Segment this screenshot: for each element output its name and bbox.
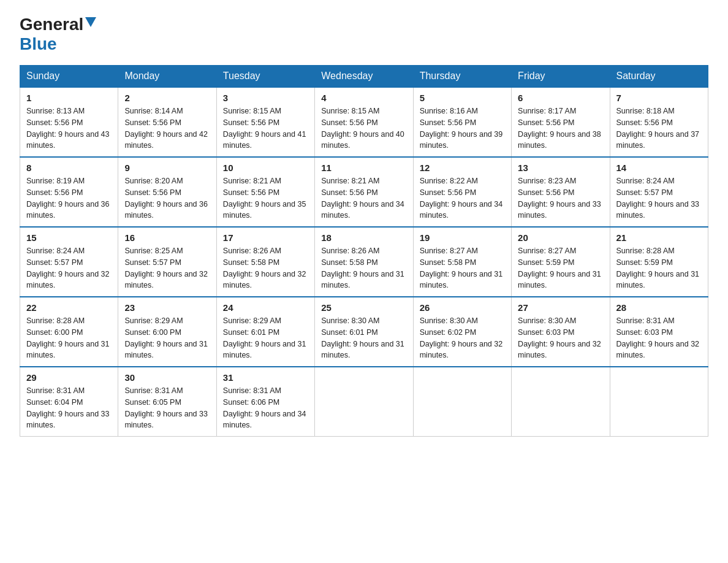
day-number: 6 <box>518 93 603 103</box>
calendar-week-1: 1 Sunrise: 8:13 AMSunset: 5:56 PMDayligh… <box>20 87 708 157</box>
calendar-cell: 1 Sunrise: 8:13 AMSunset: 5:56 PMDayligh… <box>20 87 118 157</box>
day-number: 11 <box>321 163 406 173</box>
calendar-cell: 22 Sunrise: 8:28 AMSunset: 6:00 PMDaylig… <box>20 297 118 367</box>
weekday-header-wednesday: Wednesday <box>315 66 413 88</box>
svg-marker-0 <box>85 17 96 27</box>
day-info: Sunrise: 8:15 AMSunset: 5:56 PMDaylight:… <box>321 107 404 150</box>
calendar-cell: 10 Sunrise: 8:21 AMSunset: 5:56 PMDaylig… <box>216 157 314 227</box>
calendar-cell: 9 Sunrise: 8:20 AMSunset: 5:56 PMDayligh… <box>118 157 216 227</box>
calendar-cell: 12 Sunrise: 8:22 AMSunset: 5:56 PMDaylig… <box>413 157 511 227</box>
calendar-cell: 16 Sunrise: 8:25 AMSunset: 5:57 PMDaylig… <box>118 227 216 297</box>
day-number: 22 <box>26 302 112 313</box>
day-info: Sunrise: 8:26 AMSunset: 5:58 PMDaylight:… <box>321 247 404 289</box>
calendar-cell <box>315 367 413 437</box>
calendar-cell: 18 Sunrise: 8:26 AMSunset: 5:58 PMDaylig… <box>315 227 413 297</box>
weekday-header-thursday: Thursday <box>413 66 511 88</box>
calendar-cell: 17 Sunrise: 8:26 AMSunset: 5:58 PMDaylig… <box>216 227 314 297</box>
day-number: 24 <box>223 302 308 313</box>
calendar-cell <box>413 367 511 437</box>
day-number: 4 <box>321 93 406 103</box>
day-number: 10 <box>223 163 308 173</box>
calendar-cell: 8 Sunrise: 8:19 AMSunset: 5:56 PMDayligh… <box>20 157 118 227</box>
calendar-cell <box>512 367 610 437</box>
day-info: Sunrise: 8:21 AMSunset: 5:56 PMDaylight:… <box>223 177 306 220</box>
day-info: Sunrise: 8:24 AMSunset: 5:57 PMDaylight:… <box>26 247 110 289</box>
day-info: Sunrise: 8:24 AMSunset: 5:57 PMDaylight:… <box>616 177 700 220</box>
calendar-cell: 29 Sunrise: 8:31 AMSunset: 6:04 PMDaylig… <box>20 367 118 437</box>
day-number: 15 <box>26 232 112 243</box>
day-info: Sunrise: 8:23 AMSunset: 5:56 PMDaylight:… <box>518 177 601 220</box>
day-number: 1 <box>26 93 112 103</box>
day-info: Sunrise: 8:20 AMSunset: 5:56 PMDaylight:… <box>124 177 208 220</box>
calendar-week-5: 29 Sunrise: 8:31 AMSunset: 6:04 PMDaylig… <box>20 367 708 437</box>
day-info: Sunrise: 8:18 AMSunset: 5:56 PMDaylight:… <box>616 107 700 150</box>
calendar-cell: 26 Sunrise: 8:30 AMSunset: 6:02 PMDaylig… <box>413 297 511 367</box>
calendar-cell: 6 Sunrise: 8:17 AMSunset: 5:56 PMDayligh… <box>512 87 610 157</box>
calendar-cell: 25 Sunrise: 8:30 AMSunset: 6:01 PMDaylig… <box>315 297 413 367</box>
day-number: 26 <box>420 302 505 313</box>
calendar-cell: 7 Sunrise: 8:18 AMSunset: 5:56 PMDayligh… <box>610 87 708 157</box>
day-number: 9 <box>124 163 210 173</box>
calendar-body: 1 Sunrise: 8:13 AMSunset: 5:56 PMDayligh… <box>20 87 708 437</box>
calendar-cell: 19 Sunrise: 8:27 AMSunset: 5:58 PMDaylig… <box>413 227 511 297</box>
day-info: Sunrise: 8:17 AMSunset: 5:56 PMDaylight:… <box>518 107 601 150</box>
day-info: Sunrise: 8:30 AMSunset: 6:03 PMDaylight:… <box>518 316 601 359</box>
calendar-cell: 11 Sunrise: 8:21 AMSunset: 5:56 PMDaylig… <box>315 157 413 227</box>
day-info: Sunrise: 8:31 AMSunset: 6:04 PMDaylight:… <box>26 386 110 429</box>
day-number: 25 <box>321 302 406 313</box>
day-info: Sunrise: 8:13 AMSunset: 5:56 PMDaylight:… <box>26 107 110 150</box>
day-number: 31 <box>223 372 308 383</box>
day-info: Sunrise: 8:19 AMSunset: 5:56 PMDaylight:… <box>26 177 110 220</box>
calendar-cell: 20 Sunrise: 8:27 AMSunset: 5:59 PMDaylig… <box>512 227 610 297</box>
day-info: Sunrise: 8:31 AMSunset: 6:05 PMDaylight:… <box>124 386 208 429</box>
calendar-cell: 15 Sunrise: 8:24 AMSunset: 5:57 PMDaylig… <box>20 227 118 297</box>
day-number: 5 <box>420 93 505 103</box>
day-number: 20 <box>518 232 603 243</box>
weekday-header-friday: Friday <box>512 66 610 88</box>
calendar-cell: 24 Sunrise: 8:29 AMSunset: 6:01 PMDaylig… <box>216 297 314 367</box>
page-header: General Blue <box>20 15 708 54</box>
weekday-header-monday: Monday <box>118 66 216 88</box>
logo-triangle-icon <box>85 17 96 29</box>
logo-blue-text: Blue <box>20 34 57 53</box>
day-info: Sunrise: 8:30 AMSunset: 6:01 PMDaylight:… <box>321 316 404 359</box>
day-info: Sunrise: 8:30 AMSunset: 6:02 PMDaylight:… <box>420 316 503 359</box>
day-info: Sunrise: 8:29 AMSunset: 6:01 PMDaylight:… <box>223 316 306 359</box>
day-number: 17 <box>223 232 308 243</box>
calendar-cell: 13 Sunrise: 8:23 AMSunset: 5:56 PMDaylig… <box>512 157 610 227</box>
calendar-cell: 30 Sunrise: 8:31 AMSunset: 6:05 PMDaylig… <box>118 367 216 437</box>
day-info: Sunrise: 8:27 AMSunset: 5:59 PMDaylight:… <box>518 247 601 289</box>
day-info: Sunrise: 8:21 AMSunset: 5:56 PMDaylight:… <box>321 177 404 220</box>
calendar-table: SundayMondayTuesdayWednesdayThursdayFrid… <box>20 65 708 437</box>
calendar-cell: 5 Sunrise: 8:16 AMSunset: 5:56 PMDayligh… <box>413 87 511 157</box>
calendar-cell: 31 Sunrise: 8:31 AMSunset: 6:06 PMDaylig… <box>216 367 314 437</box>
day-info: Sunrise: 8:29 AMSunset: 6:00 PMDaylight:… <box>124 316 208 359</box>
day-info: Sunrise: 8:14 AMSunset: 5:56 PMDaylight:… <box>124 107 208 150</box>
day-info: Sunrise: 8:22 AMSunset: 5:56 PMDaylight:… <box>420 177 503 220</box>
calendar-cell: 28 Sunrise: 8:31 AMSunset: 6:03 PMDaylig… <box>610 297 708 367</box>
calendar-cell: 3 Sunrise: 8:15 AMSunset: 5:56 PMDayligh… <box>216 87 314 157</box>
weekday-header-row: SundayMondayTuesdayWednesdayThursdayFrid… <box>20 66 708 88</box>
day-info: Sunrise: 8:31 AMSunset: 6:06 PMDaylight:… <box>223 386 306 429</box>
day-info: Sunrise: 8:15 AMSunset: 5:56 PMDaylight:… <box>223 107 306 150</box>
day-number: 8 <box>26 163 112 173</box>
day-number: 7 <box>616 93 702 103</box>
day-info: Sunrise: 8:25 AMSunset: 5:57 PMDaylight:… <box>124 247 208 289</box>
calendar-cell: 27 Sunrise: 8:30 AMSunset: 6:03 PMDaylig… <box>512 297 610 367</box>
day-number: 30 <box>124 372 210 383</box>
day-number: 23 <box>124 302 210 313</box>
day-info: Sunrise: 8:26 AMSunset: 5:58 PMDaylight:… <box>223 247 306 289</box>
day-number: 19 <box>420 232 505 243</box>
day-number: 28 <box>616 302 702 313</box>
day-number: 29 <box>26 372 112 383</box>
calendar-week-4: 22 Sunrise: 8:28 AMSunset: 6:00 PMDaylig… <box>20 297 708 367</box>
weekday-header-sunday: Sunday <box>20 66 118 88</box>
day-number: 18 <box>321 232 406 243</box>
day-number: 14 <box>616 163 702 173</box>
day-info: Sunrise: 8:28 AMSunset: 5:59 PMDaylight:… <box>616 247 700 289</box>
calendar-cell <box>610 367 708 437</box>
logo: General Blue <box>20 15 96 54</box>
calendar-week-3: 15 Sunrise: 8:24 AMSunset: 5:57 PMDaylig… <box>20 227 708 297</box>
calendar-cell: 23 Sunrise: 8:29 AMSunset: 6:00 PMDaylig… <box>118 297 216 367</box>
calendar-week-2: 8 Sunrise: 8:19 AMSunset: 5:56 PMDayligh… <box>20 157 708 227</box>
